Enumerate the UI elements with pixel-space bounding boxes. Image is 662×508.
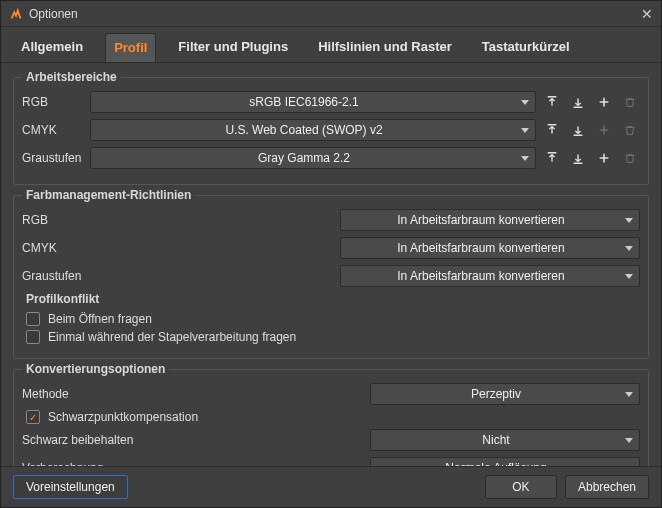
profile-conflict-legend: Profilkonflikt xyxy=(26,292,640,306)
tab-shortcuts[interactable]: Tastaturkürzel xyxy=(474,33,578,62)
precalc-row: Vorberechnung Normale Auflösung xyxy=(22,456,640,466)
policy-rgb-row: RGB In Arbeitsfarbraum konvertieren xyxy=(22,208,640,232)
tab-general[interactable]: Allgemein xyxy=(13,33,91,62)
policy-cmyk-row: CMYK In Arbeitsfarbraum konvertieren xyxy=(22,236,640,260)
conversion-legend: Konvertierungsoptionen xyxy=(22,362,169,376)
options-dialog: Optionen ✕ Allgemein Profil Filter und P… xyxy=(0,0,662,508)
bpc-label: Schwarzpunktkompensation xyxy=(48,410,198,424)
ask-batch-row: Einmal während der Stapelverarbeitung fr… xyxy=(26,330,636,344)
ask-batch-checkbox[interactable] xyxy=(26,330,40,344)
trash-icon xyxy=(620,148,640,168)
ask-open-checkbox[interactable] xyxy=(26,312,40,326)
policy-cmyk-label: CMYK xyxy=(22,241,334,255)
bpc-checkbox[interactable]: ✓ xyxy=(26,410,40,424)
ask-open-label: Beim Öffnen fragen xyxy=(48,312,152,326)
download-icon[interactable] xyxy=(568,148,588,168)
workspace-rgb-label: RGB xyxy=(22,95,84,109)
precalc-label: Vorberechnung xyxy=(22,461,364,466)
method-row: Methode Perzeptiv xyxy=(22,382,640,406)
ask-open-row: Beim Öffnen fragen xyxy=(26,312,636,326)
trash-icon xyxy=(620,120,640,140)
workspace-gray-row: Graustufen Gray Gamma 2.2 xyxy=(22,146,640,170)
policies-legend: Farbmanagement-Richtlinien xyxy=(22,188,195,202)
workspace-rgb-row: RGB sRGB IEC61966-2.1 xyxy=(22,90,640,114)
policies-group: Farbmanagement-Richtlinien RGB In Arbeit… xyxy=(13,195,649,359)
ask-batch-label: Einmal während der Stapelverarbeitung fr… xyxy=(48,330,296,344)
cancel-button[interactable]: Abbrechen xyxy=(565,475,649,499)
black-label: Schwarz beibehalten xyxy=(22,433,364,447)
policy-gray-label: Graustufen xyxy=(22,269,334,283)
workspace-gray-select[interactable]: Gray Gamma 2.2 xyxy=(90,147,536,169)
add-icon[interactable] xyxy=(594,148,614,168)
add-icon[interactable] xyxy=(594,92,614,112)
window-title: Optionen xyxy=(29,7,78,21)
workspace-cmyk-label: CMYK xyxy=(22,123,84,137)
upload-icon[interactable] xyxy=(542,92,562,112)
tab-filters[interactable]: Filter und Plugins xyxy=(170,33,296,62)
ok-button[interactable]: OK xyxy=(485,475,557,499)
tab-profile[interactable]: Profil xyxy=(105,33,156,62)
conversion-group: Konvertierungsoptionen Methode Perzeptiv… xyxy=(13,369,649,466)
add-icon xyxy=(594,120,614,140)
content-area: Arbeitsbereiche RGB sRGB IEC61966-2.1 CM… xyxy=(1,63,661,466)
app-icon xyxy=(9,7,23,21)
trash-icon xyxy=(620,92,640,112)
black-select[interactable]: Nicht xyxy=(370,429,640,451)
workspace-rgb-select[interactable]: sRGB IEC61966-2.1 xyxy=(90,91,536,113)
upload-icon[interactable] xyxy=(542,148,562,168)
policy-cmyk-select[interactable]: In Arbeitsfarbraum konvertieren xyxy=(340,237,640,259)
policy-gray-row: Graustufen In Arbeitsfarbraum konvertier… xyxy=(22,264,640,288)
workspaces-legend: Arbeitsbereiche xyxy=(22,70,121,84)
method-label: Methode xyxy=(22,387,364,401)
workspace-cmyk-row: CMYK U.S. Web Coated (SWOP) v2 xyxy=(22,118,640,142)
footer-bar: Voreinstellungen OK Abbrechen xyxy=(1,466,661,507)
policy-gray-select[interactable]: In Arbeitsfarbraum konvertieren xyxy=(340,265,640,287)
tab-guides[interactable]: Hilfslinien und Raster xyxy=(310,33,460,62)
workspace-gray-label: Graustufen xyxy=(22,151,84,165)
policy-rgb-label: RGB xyxy=(22,213,334,227)
precalc-select[interactable]: Normale Auflösung xyxy=(370,457,640,466)
upload-icon[interactable] xyxy=(542,120,562,140)
presets-button[interactable]: Voreinstellungen xyxy=(13,475,128,499)
workspaces-group: Arbeitsbereiche RGB sRGB IEC61966-2.1 CM… xyxy=(13,77,649,185)
bpc-row: ✓ Schwarzpunktkompensation xyxy=(26,410,636,424)
method-select[interactable]: Perzeptiv xyxy=(370,383,640,405)
policy-rgb-select[interactable]: In Arbeitsfarbraum konvertieren xyxy=(340,209,640,231)
close-icon[interactable]: ✕ xyxy=(641,6,653,22)
workspace-cmyk-select[interactable]: U.S. Web Coated (SWOP) v2 xyxy=(90,119,536,141)
download-icon[interactable] xyxy=(568,120,588,140)
tab-bar: Allgemein Profil Filter und Plugins Hilf… xyxy=(1,27,661,63)
titlebar: Optionen ✕ xyxy=(1,1,661,27)
download-icon[interactable] xyxy=(568,92,588,112)
black-row: Schwarz beibehalten Nicht xyxy=(22,428,640,452)
